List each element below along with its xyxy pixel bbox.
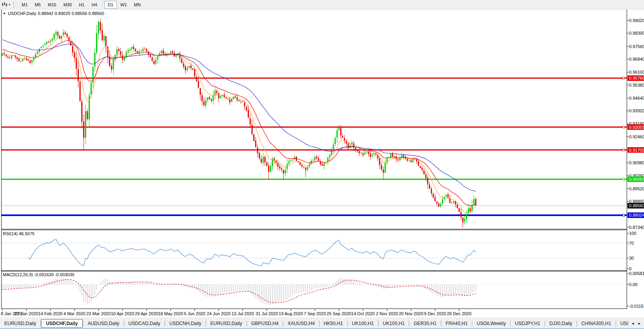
- svg-text:0.94640: 0.94640: [629, 96, 644, 100]
- svg-text:24 Jun 2020: 24 Jun 2020: [207, 311, 231, 316]
- svg-text:29 Apr 2020: 29 Apr 2020: [135, 311, 158, 316]
- svg-text:27 Jan 2020: 27 Jan 2020: [15, 311, 39, 316]
- svg-text:0: 0: [629, 266, 631, 271]
- level-line-handle[interactable]: [623, 149, 625, 151]
- svg-text:10 Apr 2020: 10 Apr 2020: [111, 311, 134, 316]
- chart-tab-usdjpy-h1[interactable]: USDJPY,H1: [510, 319, 544, 328]
- scroll-tabs-right-icon[interactable]: ►: [636, 321, 643, 326]
- svg-text:0.005818: 0.005818: [629, 271, 644, 276]
- period-button-h1[interactable]: H1: [75, 1, 88, 9]
- svg-text:0.93001: 0.93001: [629, 125, 644, 130]
- svg-text:0.90980: 0.90980: [629, 160, 644, 165]
- chart-title: ▼USDCHF,Daily0.88942 0.89025 0.88556 0.8…: [3, 11, 106, 16]
- trading-terminal-window: { "toolbar": { "periods": ["M1","M5","M1…: [0, 0, 644, 329]
- svg-text:0.89520: 0.89520: [629, 186, 644, 191]
- svg-text:70: 70: [629, 241, 634, 245]
- level-line-handle[interactable]: [623, 178, 625, 180]
- chart-tab-fra40-h1[interactable]: FRA40,H1: [441, 319, 472, 328]
- chart-tab-usdcad-daily[interactable]: USDCAD,Daily: [124, 319, 165, 328]
- symbol-timeframe-label: USDCHF,Daily: [8, 11, 36, 16]
- svg-text:0.96100: 0.96100: [629, 70, 644, 74]
- svg-text:-0.011514: -0.011514: [629, 304, 644, 309]
- svg-text:0.95766: 0.95766: [629, 76, 644, 80]
- chart-tab-uk100-h1[interactable]: UK100,H1: [348, 319, 378, 328]
- svg-text:5 Jun 2020: 5 Jun 2020: [184, 311, 205, 316]
- chart-tabs-bar: EURUSD,DailyUSDCHF,DailyAUDUSD,DailyUSDC…: [0, 318, 644, 329]
- level-line-handle[interactable]: [623, 126, 625, 128]
- svg-text:29 Dec 2020: 29 Dec 2020: [447, 311, 471, 316]
- scroll-tabs-left-icon[interactable]: ◄: [629, 321, 636, 326]
- svg-text:0.00: 0.00: [629, 282, 637, 287]
- svg-text:13 Jul 2020: 13 Jul 2020: [232, 311, 254, 316]
- chart-tab-audusd-daily[interactable]: AUDUSD,Daily: [83, 319, 124, 328]
- svg-text:19 Aug 2020: 19 Aug 2020: [279, 311, 303, 316]
- ohlc-values: 0.88942 0.89025 0.88556 0.88560: [38, 11, 104, 16]
- chart-period-dropdown[interactable]: ▾: [0, 1, 12, 9]
- svg-text:9 Dec 2020: 9 Dec 2020: [424, 311, 446, 316]
- period-buttons: M1M5M15M30H1H4D1W1MN: [18, 1, 144, 9]
- svg-text:20 Nov 2020: 20 Nov 2020: [399, 311, 423, 316]
- rsi-indicator-label: RSI(14) 46.5075: [3, 231, 35, 236]
- svg-text:2 Nov 2020: 2 Nov 2020: [376, 311, 398, 316]
- period-button-m15[interactable]: M15: [45, 1, 60, 9]
- svg-text:0.90055: 0.90055: [629, 177, 644, 182]
- toolbar: ▾ M1M5M15M30H1H4D1W1MN: [0, 0, 644, 9]
- svg-text:14 Feb 2020: 14 Feb 2020: [38, 311, 63, 316]
- svg-text:23 Mar 2020: 23 Mar 2020: [86, 311, 111, 316]
- svg-text:31 Jul 2020: 31 Jul 2020: [256, 311, 278, 316]
- candlestick-chart-icon: [2, 2, 7, 7]
- svg-text:100: 100: [629, 231, 636, 236]
- svg-text:0.91709: 0.91709: [629, 148, 644, 152]
- period-button-w1[interactable]: W1: [117, 1, 131, 9]
- price-chart-canvas[interactable]: 0.990200.983000.975600.968400.961000.953…: [0, 0, 644, 329]
- period-button-h4[interactable]: H4: [88, 1, 100, 9]
- svg-text:0.98300: 0.98300: [629, 31, 644, 35]
- chart-tab-uk100-h1[interactable]: UK100,H1: [379, 319, 409, 328]
- chart-tab-usdcnh-daily[interactable]: USDCNH,Daily: [165, 319, 206, 328]
- svg-text:0.93920: 0.93920: [629, 108, 644, 113]
- toolbar-separator: [102, 1, 103, 8]
- chart-tab-xauusd-h4[interactable]: XAUUSD,H4: [283, 319, 319, 328]
- svg-text:18 May 2020: 18 May 2020: [158, 311, 183, 316]
- svg-text:7 Sep 2020: 7 Sep 2020: [304, 311, 326, 316]
- period-button-mn[interactable]: MN: [130, 1, 144, 9]
- toolbar-grip[interactable]: [13, 2, 15, 8]
- chevron-down-icon: ▾: [9, 3, 10, 6]
- svg-text:0.97560: 0.97560: [629, 44, 644, 49]
- collapse-chart-icon[interactable]: ▼: [3, 12, 6, 15]
- chart-tab-gbpusd-h4[interactable]: GBPUSD,H4: [247, 319, 283, 328]
- chart-tab-ger30-h1[interactable]: GER30,H1: [409, 319, 441, 328]
- chart-tab-china300-h1[interactable]: CHINA300,H1: [577, 319, 616, 328]
- macd-indicator-label: MACD(12,26,9) -0.001639 -0.003030: [3, 272, 74, 277]
- tab-scroll-buttons: ◄ ►: [628, 318, 644, 329]
- svg-text:4 Mar 2020: 4 Mar 2020: [63, 311, 85, 316]
- svg-text:0.88024: 0.88024: [629, 213, 644, 217]
- svg-text:0.95380: 0.95380: [629, 83, 644, 87]
- level-line-handle[interactable]: [623, 77, 625, 79]
- period-button-m5[interactable]: M5: [31, 1, 44, 9]
- chart-tab-eurusd-daily[interactable]: EURUSD,Daily: [206, 319, 247, 328]
- svg-text:0.92460: 0.92460: [629, 134, 644, 139]
- chart-tab-usdchf-daily[interactable]: USDCHF,Daily: [41, 319, 83, 328]
- svg-text:0.99020: 0.99020: [629, 18, 644, 23]
- period-button-d1[interactable]: D1: [104, 1, 117, 9]
- level-line-handle[interactable]: [623, 214, 625, 216]
- chart-tab-hk50-h1[interactable]: HK50,H1: [319, 319, 347, 328]
- svg-text:25 Sep 2020: 25 Sep 2020: [327, 311, 351, 316]
- svg-text:30: 30: [629, 256, 634, 260]
- chart-tab-dj30-daily[interactable]: DJ30,Daily: [545, 319, 577, 328]
- chart-tab-usoil-weekly[interactable]: USOil,Weekly: [472, 319, 510, 328]
- period-button-m1[interactable]: M1: [18, 1, 31, 9]
- svg-text:0.88560: 0.88560: [629, 203, 644, 208]
- period-button-m30[interactable]: M30: [60, 1, 75, 9]
- chart-tab-eurusd-daily[interactable]: EURUSD,Daily: [0, 319, 41, 328]
- svg-text:0.87340: 0.87340: [629, 225, 644, 230]
- svg-text:0.96840: 0.96840: [629, 57, 644, 61]
- svg-text:14 Oct 2020: 14 Oct 2020: [351, 311, 375, 316]
